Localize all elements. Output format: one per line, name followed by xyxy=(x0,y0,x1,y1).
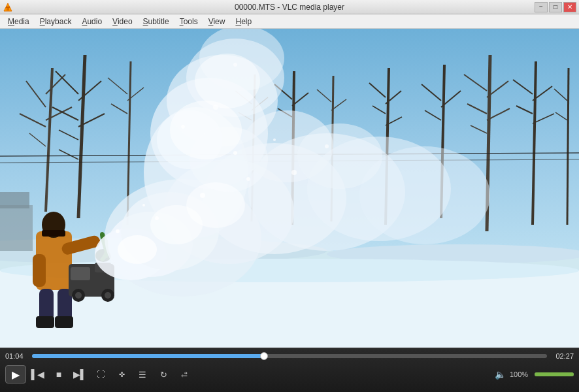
progress-fill xyxy=(32,354,264,358)
svg-point-102 xyxy=(186,182,245,228)
svg-rect-60 xyxy=(0,205,33,251)
svg-point-116 xyxy=(233,63,237,67)
svg-rect-1 xyxy=(7,8,9,10)
controls-right-group: 🔈 100% xyxy=(495,369,574,380)
svg-point-107 xyxy=(246,177,250,181)
svg-point-112 xyxy=(273,139,276,141)
svg-point-100 xyxy=(118,235,157,264)
play-button[interactable]: ▶ xyxy=(5,365,26,384)
svg-point-114 xyxy=(181,125,185,129)
menu-audio[interactable]: Audio xyxy=(76,16,107,27)
svg-point-108 xyxy=(291,170,297,175)
svg-point-109 xyxy=(116,229,120,233)
loop-button[interactable]: ↻ xyxy=(154,367,173,382)
svg-point-80 xyxy=(105,292,111,299)
close-button[interactable]: ✕ xyxy=(563,2,576,12)
toggle-playlist-button[interactable]: ☰ xyxy=(133,367,152,382)
svg-point-105 xyxy=(155,216,159,220)
title-bar-left xyxy=(3,2,13,12)
fullscreen-button[interactable]: ⛶ xyxy=(91,367,110,382)
video-scene xyxy=(0,29,579,348)
controls-left-group: ▶ ▌◀ ■ ▶▌ ⛶ ✜ ☰ ↻ ⥄ xyxy=(5,365,193,384)
next-chapter-button[interactable]: ▶▌ xyxy=(71,367,89,382)
menu-playback[interactable]: Playback xyxy=(35,16,77,27)
svg-point-111 xyxy=(233,151,237,155)
menu-tools[interactable]: Tools xyxy=(174,16,203,27)
random-button[interactable]: ⥄ xyxy=(175,367,193,382)
minimize-button[interactable]: − xyxy=(535,2,548,12)
svg-point-99 xyxy=(297,123,382,189)
time-total: 02:27 xyxy=(551,352,574,360)
playback-controls: ▶ ▌◀ ■ ▶▌ ⛶ ✜ ☰ ↻ ⥄ 🔈 100% xyxy=(0,363,579,386)
menu-media[interactable]: Media xyxy=(3,16,35,27)
controls-bar: 01:04 02:27 ▶ ▌◀ ■ ▶▌ ⛶ ✜ ☰ ↻ ⥄ xyxy=(0,348,579,392)
menu-subtitle[interactable]: Subtitle xyxy=(138,16,174,27)
menu-view[interactable]: View xyxy=(203,16,231,27)
svg-point-113 xyxy=(325,144,329,148)
volume-fill xyxy=(535,372,574,376)
volume-icon[interactable]: 🔈 xyxy=(495,369,506,380)
svg-rect-73 xyxy=(55,316,73,328)
menu-video[interactable]: Video xyxy=(107,16,137,27)
svg-rect-61 xyxy=(0,192,29,208)
svg-point-115 xyxy=(213,105,218,110)
svg-point-110 xyxy=(142,204,145,206)
extended-settings-button[interactable]: ✜ xyxy=(112,367,131,382)
time-elapsed: 01:04 xyxy=(5,352,28,360)
svg-point-79 xyxy=(75,292,82,299)
vlc-logo-icon xyxy=(3,2,13,12)
menu-bar: Media Playback Audio Video Subtitle Tool… xyxy=(0,14,579,29)
svg-line-39 xyxy=(567,68,569,225)
seek-handle[interactable] xyxy=(260,352,268,360)
svg-rect-69 xyxy=(33,254,46,287)
seek-bar[interactable] xyxy=(32,354,547,358)
title-bar: 00000.MTS - VLC media player − □ ✕ xyxy=(0,0,579,14)
menu-help[interactable]: Help xyxy=(230,16,257,27)
svg-rect-2 xyxy=(6,7,10,8)
window-title: 00000.MTS - VLC media player xyxy=(235,3,344,12)
svg-point-106 xyxy=(200,193,205,198)
prev-chapter-button[interactable]: ▌◀ xyxy=(29,367,47,382)
progress-area: 01:04 02:27 xyxy=(0,348,579,363)
video-display[interactable] xyxy=(0,29,579,348)
volume-label: 100% xyxy=(510,370,531,378)
svg-rect-72 xyxy=(36,316,54,328)
maximize-button[interactable]: □ xyxy=(549,2,562,12)
svg-point-103 xyxy=(170,101,242,159)
volume-slider[interactable] xyxy=(535,372,574,376)
window-controls: − □ ✕ xyxy=(535,2,576,12)
svg-rect-75 xyxy=(71,267,90,280)
stop-button[interactable]: ■ xyxy=(50,367,68,382)
svg-point-104 xyxy=(195,54,260,108)
svg-rect-66 xyxy=(42,230,65,237)
